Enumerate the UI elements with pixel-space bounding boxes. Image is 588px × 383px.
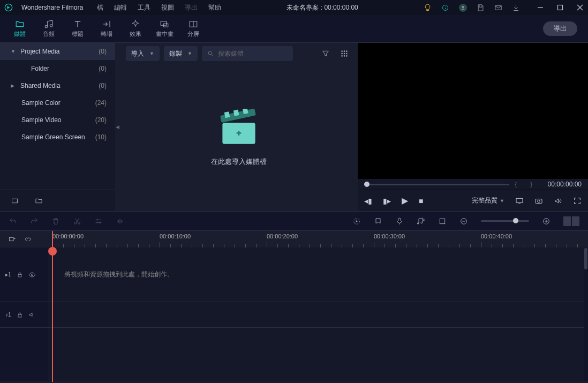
record-dropdown[interactable]: 錄製▼ [164, 46, 198, 61]
vscroll-thumb[interactable] [584, 248, 587, 269]
stop-icon[interactable]: ■ [419, 197, 423, 205]
tool-pip[interactable]: 畫中畫 [150, 19, 179, 38]
preview-panel: { } 00:00:00:00 ◂▮ ▮▸ ▶ ■ 完整品質▼ [358, 43, 588, 211]
import-dropzone[interactable]: 在此處導入媒體檔 [119, 64, 358, 211]
eye-icon[interactable] [28, 271, 36, 279]
link-icon[interactable] [24, 235, 32, 244]
support-icon[interactable] [441, 4, 449, 12]
sidebar-collapse-handle[interactable]: ◀ [115, 43, 119, 211]
zoom-in-icon[interactable] [542, 217, 551, 226]
track-type-icon: ▸1 [5, 272, 11, 277]
search-input[interactable] [218, 50, 288, 57]
voiceover-icon[interactable] [395, 217, 404, 226]
menu-help[interactable]: 幫助 [208, 3, 221, 12]
export-button[interactable]: 導出 [543, 21, 577, 36]
menu-export[interactable]: 導出 [185, 3, 198, 12]
tool-audio[interactable]: 音頻 [34, 19, 63, 38]
audio-track-header[interactable]: ♪1 [0, 302, 48, 328]
menu-view[interactable]: 視圖 [161, 3, 174, 12]
add-track-icon[interactable] [7, 235, 16, 244]
crop-icon[interactable] [438, 217, 447, 226]
tips-icon[interactable] [424, 4, 432, 12]
preview-scrubber[interactable] [364, 184, 509, 185]
next-frame-icon[interactable]: ▮▸ [383, 197, 391, 205]
cut-icon[interactable] [73, 217, 81, 226]
tool-transition[interactable]: 轉場 [92, 19, 121, 38]
play-icon[interactable]: ▶ [402, 196, 408, 206]
svg-point-18 [341, 53, 343, 55]
track-type-icon: ♪1 [5, 312, 11, 318]
quality-dropdown[interactable]: 完整品質▼ [472, 196, 504, 205]
save-icon[interactable] [477, 4, 485, 12]
render-icon[interactable] [352, 217, 361, 226]
sidebar-item-sample-color[interactable]: Sample Color (24) [0, 94, 115, 111]
zoom-fit-icon[interactable] [563, 216, 579, 226]
search-box[interactable] [202, 46, 293, 61]
svg-point-21 [341, 55, 343, 57]
timeline-ruler[interactable]: 00:00:00:0000:00:10:0000:00:20:0000:00:3… [48, 231, 588, 247]
snapshot-icon[interactable] [534, 197, 543, 205]
svg-point-19 [344, 53, 345, 55]
redo-icon[interactable] [30, 217, 39, 226]
playhead-handle[interactable] [48, 247, 57, 256]
undo-icon[interactable] [9, 217, 17, 226]
speaker-icon[interactable] [28, 311, 35, 318]
svg-rect-41 [9, 237, 13, 241]
close-icon[interactable] [576, 4, 584, 12]
volume-icon[interactable] [554, 197, 562, 205]
mail-icon[interactable] [494, 4, 502, 12]
audio-track[interactable] [48, 302, 588, 328]
menu-edit[interactable]: 編輯 [114, 3, 127, 12]
minimize-icon[interactable] [536, 4, 544, 12]
delete-icon[interactable] [51, 217, 60, 226]
zoom-out-icon[interactable] [459, 217, 468, 226]
app-name: Wondershare Filmora [21, 4, 83, 11]
svg-rect-44 [18, 314, 21, 317]
prev-frame-icon[interactable]: ◂▮ [364, 197, 372, 205]
new-bin-icon[interactable] [11, 197, 19, 205]
zoom-handle[interactable] [513, 218, 518, 223]
timeline-ruler-row: 00:00:00:0000:00:10:0000:00:20:0000:00:3… [0, 230, 588, 247]
sidebar-item-sample-greenscreen[interactable]: Sample Green Screen (10) [0, 129, 115, 146]
clapper-icon [215, 109, 263, 146]
sidebar-item-project-media[interactable]: ▼ Project Media (0) [0, 43, 115, 60]
audio-wave-icon[interactable] [116, 217, 124, 226]
sparkle-icon [131, 19, 140, 29]
chevron-down-icon: ▼ [149, 51, 154, 56]
adjust-icon[interactable] [94, 217, 103, 226]
video-track-header[interactable]: ▸1 [0, 247, 48, 302]
sidebar-item-shared-media[interactable]: ▶ Shared Media (0) [0, 77, 115, 94]
zoom-slider[interactable] [481, 220, 529, 222]
video-track[interactable]: 將視頻和資源拖拽到此處，開始創作。 [48, 247, 588, 302]
menu-file[interactable]: 檔 [97, 3, 103, 12]
new-folder-icon[interactable] [35, 197, 43, 205]
scrubber-handle[interactable] [364, 182, 370, 187]
fullscreen-icon[interactable] [573, 197, 582, 205]
tool-splitscreen[interactable]: 分屏 [179, 19, 208, 38]
lock-icon[interactable] [17, 312, 23, 318]
account-icon[interactable] [459, 4, 467, 12]
lock-icon[interactable] [17, 272, 23, 278]
tool-title[interactable]: 標題 [63, 19, 92, 38]
pip-icon [160, 19, 169, 29]
display-icon[interactable] [515, 197, 524, 205]
menu-tools[interactable]: 工具 [138, 3, 150, 12]
tool-media[interactable]: 媒體 [5, 19, 34, 38]
import-dropdown[interactable]: 導入▼ [126, 46, 160, 61]
playhead[interactable] [52, 231, 53, 382]
audio-mix-icon[interactable] [417, 217, 425, 226]
maximize-icon[interactable] [556, 4, 564, 12]
svg-point-17 [346, 50, 348, 52]
sidebar-item-folder[interactable]: Folder (0) [0, 60, 115, 77]
filter-icon[interactable] [318, 49, 333, 58]
tool-effect[interactable]: 效果 [121, 19, 150, 38]
download-icon[interactable] [512, 4, 520, 12]
sidebar-item-sample-video[interactable]: Sample Video (20) [0, 111, 115, 129]
svg-point-20 [346, 53, 348, 55]
timeline-vscroll[interactable] [584, 247, 588, 381]
text-icon [73, 19, 82, 29]
marker-icon[interactable] [374, 217, 382, 226]
preview-timecode: 00:00:00:00 [540, 181, 582, 188]
video-preview[interactable] [358, 43, 588, 179]
view-grid-icon[interactable] [337, 50, 351, 57]
